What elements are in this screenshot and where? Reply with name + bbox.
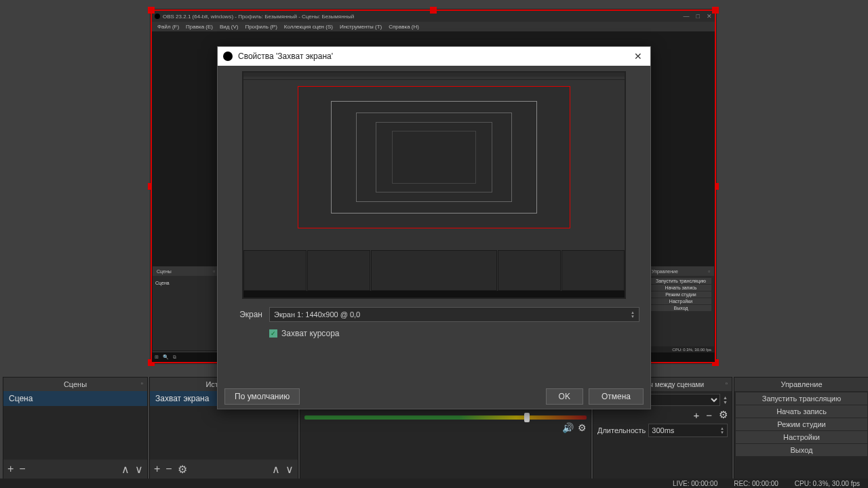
exit-button[interactable]: Выход <box>650 305 711 311</box>
status-live: LIVE: 00:00:00 <box>673 480 717 487</box>
inner-scenes-dock: Сцены▫ Сцена + − ∧ ∨ <box>152 266 220 362</box>
studio-mode-button[interactable]: Режим студии <box>650 291 711 298</box>
cancel-button[interactable]: Отмена <box>589 388 644 405</box>
studio-mode-button[interactable]: Режим студии <box>736 418 867 430</box>
host-statusbar: LIVE: 00:00:00 REC: 00:00:00 CPU: 0.3%, … <box>0 479 868 488</box>
menu-item[interactable]: Коллекция сцен (S) <box>284 24 333 30</box>
dock-detach-icon[interactable]: ▫ <box>725 380 728 387</box>
screen-label: Экран <box>229 310 262 319</box>
menu-item[interactable]: Файл (F) <box>157 24 179 30</box>
checkbox-checked-icon: ✓ <box>269 329 277 338</box>
dialog-buttonbar: По умолчанию OK Отмена <box>218 384 650 409</box>
remove-icon[interactable]: − <box>706 409 712 421</box>
stepper-down-icon[interactable]: ▼ <box>631 314 635 319</box>
start-stream-button[interactable]: Запустить трансляцию <box>736 392 867 405</box>
gear-icon[interactable]: ⚙ <box>578 422 587 433</box>
add-icon[interactable]: + <box>154 463 160 475</box>
dock-close-icon[interactable]: ▫ <box>213 268 215 274</box>
start-stream-button[interactable]: Запустить трансляцию <box>650 278 711 284</box>
start-icon[interactable]: ⊞ <box>155 354 159 360</box>
obs-logo-icon <box>223 52 233 61</box>
dock-title-label: Сцены <box>157 269 172 274</box>
screen-value: Экран 1: 1440x900 @ 0,0 <box>274 310 360 319</box>
add-icon[interactable]: + <box>693 409 699 421</box>
inner-cpu-status: CPU: 0.3%, 30.00 fps <box>672 348 711 352</box>
inner-window-title: OBS 23.2.1 (64-bit, windows) - Профиль: … <box>163 14 354 20</box>
dock-detach-icon[interactable]: ▫ <box>140 380 143 387</box>
exit-button[interactable]: Выход <box>736 444 867 456</box>
dialog-form: Экран Экран 1: 1440x900 @ 0,0 ▲ ▼ ✓ Захв… <box>218 304 650 345</box>
minimize-icon[interactable]: — <box>684 13 690 20</box>
close-icon[interactable]: ✕ <box>707 13 712 20</box>
down-icon[interactable]: ∨ <box>135 463 143 476</box>
volume-meter <box>304 415 587 420</box>
dialog-title: Свойства 'Захват экрана' <box>238 52 333 61</box>
maximize-icon[interactable]: □ <box>696 13 700 20</box>
capture-cursor-label: Захват курсора <box>281 329 339 338</box>
inner-menubar: Файл (F) Правка (E) Вид (V) Профиль (P) … <box>152 22 715 32</box>
volume-slider-thumb[interactable] <box>524 413 530 422</box>
remove-icon[interactable]: − <box>165 463 172 475</box>
resize-handle[interactable] <box>430 7 437 14</box>
nested-preview <box>298 86 570 228</box>
menu-item[interactable]: Справка (H) <box>389 24 419 30</box>
taskview-icon[interactable]: ⧉ <box>173 354 176 360</box>
scenes-dock: Сцены▫ Сцена + − ∧ ∨ <box>3 377 148 479</box>
up-icon[interactable]: ∧ <box>272 463 280 476</box>
obs-logo-icon <box>155 14 160 19</box>
close-icon[interactable]: ✕ <box>631 51 645 62</box>
window-controls: — □ ✕ <box>684 13 712 20</box>
dialog-titlebar[interactable]: Свойства 'Захват экрана' ✕ <box>218 47 650 66</box>
ok-button[interactable]: OK <box>546 388 583 405</box>
scene-item[interactable]: Сцена <box>3 391 147 406</box>
remove-icon[interactable]: − <box>19 463 25 475</box>
inner-controls-dock: Управление▫ Запустить трансляцию Начать … <box>647 266 715 362</box>
settings-button[interactable]: Настройки <box>736 431 867 443</box>
gear-icon[interactable]: ⚙ <box>178 463 187 476</box>
up-icon[interactable]: ∧ <box>121 463 130 476</box>
add-icon[interactable]: + <box>7 463 14 475</box>
duration-value[interactable]: 300ms <box>652 426 720 434</box>
controls-dock-title: Управление <box>781 380 822 388</box>
start-record-button[interactable]: Начать запись <box>650 285 711 291</box>
menu-item[interactable]: Профиль (P) <box>245 24 277 30</box>
menu-item[interactable]: Правка (E) <box>186 24 213 30</box>
speaker-icon[interactable]: 🔊 <box>562 422 574 433</box>
status-rec: REC: 00:00:00 <box>734 480 778 487</box>
scene-item-label: Сцена <box>155 281 170 285</box>
menu-item[interactable]: Инструменты (T) <box>340 24 382 30</box>
screen-combo[interactable]: Экран 1: 1440x900 @ 0,0 ▲ ▼ <box>269 307 639 322</box>
desktop-background: OBS 23.2.1 (64-bit, windows) - Профиль: … <box>0 0 868 488</box>
menu-item[interactable]: Вид (V) <box>220 24 238 30</box>
resize-handle[interactable] <box>712 7 719 14</box>
properties-dialog: Свойства 'Захват экрана' ✕ <box>217 46 651 409</box>
dialog-preview <box>242 71 626 299</box>
duration-label: Длительность <box>597 426 646 434</box>
stepper-down-icon[interactable]: ▼ <box>720 430 724 434</box>
search-icon[interactable]: 🔍 <box>163 354 169 360</box>
scene-item-label: Сцена <box>9 394 33 403</box>
settings-button[interactable]: Настройки <box>650 298 711 304</box>
scene-item[interactable]: Сцена <box>155 278 216 287</box>
defaults-button[interactable]: По умолчанию <box>224 388 300 405</box>
status-cpu: CPU: 0.3%, 30.00 fps <box>795 480 860 487</box>
scenes-dock-title: Сцены <box>64 380 87 388</box>
source-item-label: Захват экрана <box>155 394 209 403</box>
start-record-button[interactable]: Начать запись <box>736 405 867 418</box>
controls-dock: Управление Запустить трансляцию Начать з… <box>734 377 868 479</box>
gear-icon[interactable]: ⚙ <box>719 409 728 421</box>
dock-close-icon[interactable]: ▫ <box>708 268 710 274</box>
down-icon[interactable]: ∨ <box>285 463 294 476</box>
dock-title-label: Управление <box>652 269 678 274</box>
capture-cursor-checkbox[interactable]: ✓ Захват курсора <box>229 329 639 338</box>
resize-handle[interactable] <box>148 7 155 14</box>
